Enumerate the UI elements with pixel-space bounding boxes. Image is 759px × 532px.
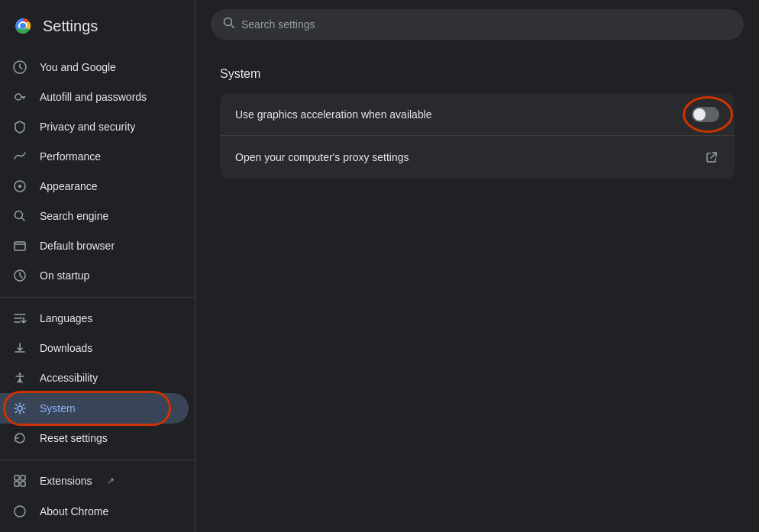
svg-point-17 bbox=[224, 18, 232, 26]
sidebar-item-on-startup[interactable]: On startup bbox=[0, 261, 189, 291]
sidebar-label-on-startup: On startup bbox=[40, 269, 89, 282]
sidebar-label-extensions: Extensions bbox=[40, 475, 92, 487]
graphics-label: Use graphics acceleration when available bbox=[235, 108, 432, 121]
nav-divider-1 bbox=[0, 297, 195, 298]
extensions-icon bbox=[12, 473, 27, 488]
sidebar-item-default-browser[interactable]: Default browser bbox=[0, 231, 189, 260]
toggle-thumb bbox=[693, 108, 706, 121]
sidebar-label-languages: Languages bbox=[40, 312, 92, 324]
sidebar-label-downloads: Downloads bbox=[40, 342, 92, 354]
svg-rect-12 bbox=[15, 476, 19, 480]
proxy-label: Open your computer's proxy settings bbox=[235, 151, 409, 163]
sidebar: Settings You and Google Autofill and pas… bbox=[0, 0, 195, 532]
sidebar-item-search-engine[interactable]: Search engine bbox=[0, 201, 189, 231]
reset-icon bbox=[12, 430, 27, 446]
main-content: System Use graphics acceleration when av… bbox=[195, 49, 759, 532]
sidebar-item-about[interactable]: About Chrome bbox=[0, 496, 189, 526]
languages-icon bbox=[12, 311, 27, 326]
sidebar-header: Settings bbox=[0, 6, 195, 52]
sidebar-label-system: System bbox=[40, 402, 76, 414]
settings-row-graphics: Use graphics acceleration when available bbox=[220, 93, 735, 136]
google-icon bbox=[12, 60, 27, 75]
key-icon bbox=[12, 89, 27, 105]
app-title: Settings bbox=[43, 18, 98, 35]
toggle-track[interactable] bbox=[692, 107, 719, 122]
toggle-annotation-wrap bbox=[692, 107, 719, 122]
chrome-logo-icon bbox=[12, 15, 34, 37]
graphics-toggle[interactable] bbox=[692, 107, 719, 122]
sidebar-label-you-and-google: You and Google bbox=[40, 61, 116, 73]
search-bar[interactable] bbox=[211, 9, 744, 40]
about-chrome-icon bbox=[12, 504, 27, 519]
shield-icon bbox=[12, 119, 27, 134]
accessibility-icon bbox=[12, 370, 27, 385]
content-area: System Use graphics acceleration when av… bbox=[195, 0, 759, 532]
nav-divider-2 bbox=[0, 459, 195, 460]
sidebar-label-autofill: Autofill and passwords bbox=[40, 91, 147, 103]
sidebar-item-languages[interactable]: Languages bbox=[0, 304, 189, 334]
sidebar-item-accessibility[interactable]: Accessibility bbox=[0, 363, 189, 393]
search-nav-icon bbox=[12, 208, 27, 224]
sidebar-item-appearance[interactable]: Appearance bbox=[0, 171, 189, 201]
performance-icon bbox=[12, 149, 27, 164]
sidebar-item-system[interactable]: System bbox=[0, 393, 189, 424]
sidebar-item-extensions[interactable]: Extensions ↗ bbox=[0, 466, 189, 496]
svg-point-16 bbox=[15, 506, 25, 517]
sidebar-item-reset[interactable]: Reset settings bbox=[0, 424, 189, 453]
sidebar-item-autofill[interactable]: Autofill and passwords bbox=[0, 82, 189, 111]
appearance-icon bbox=[12, 179, 27, 194]
sidebar-label-privacy: Privacy and security bbox=[40, 121, 135, 133]
svg-point-2 bbox=[20, 23, 26, 29]
sidebar-item-downloads[interactable]: Downloads bbox=[0, 334, 189, 363]
browser-icon bbox=[12, 238, 27, 253]
svg-rect-13 bbox=[21, 476, 25, 480]
svg-point-10 bbox=[19, 373, 21, 376]
proxy-external-link-icon[interactable] bbox=[704, 150, 719, 165]
svg-rect-8 bbox=[15, 242, 25, 250]
extensions-external-icon: ↗ bbox=[107, 476, 115, 486]
search-input[interactable] bbox=[241, 18, 732, 31]
sidebar-label-search-engine: Search engine bbox=[40, 210, 108, 222]
settings-card: Use graphics acceleration when available… bbox=[220, 93, 735, 179]
svg-point-6 bbox=[18, 185, 21, 188]
sidebar-label-about: About Chrome bbox=[40, 505, 108, 517]
section-title: System bbox=[220, 67, 735, 81]
downloads-icon bbox=[12, 340, 27, 356]
sidebar-item-performance[interactable]: Performance bbox=[0, 141, 189, 171]
sidebar-label-default-browser: Default browser bbox=[40, 240, 115, 252]
sidebar-item-you-and-google[interactable]: You and Google bbox=[0, 52, 189, 82]
system-icon bbox=[12, 401, 27, 416]
search-area bbox=[195, 0, 759, 49]
startup-icon bbox=[12, 268, 27, 283]
sidebar-label-appearance: Appearance bbox=[40, 180, 98, 192]
search-icon bbox=[223, 17, 235, 32]
svg-rect-14 bbox=[15, 482, 19, 486]
sidebar-item-privacy[interactable]: Privacy and security bbox=[0, 111, 189, 141]
sidebar-label-performance: Performance bbox=[40, 150, 101, 163]
svg-rect-15 bbox=[21, 482, 25, 486]
sidebar-item-system-wrap: System bbox=[0, 393, 195, 424]
settings-row-proxy: Open your computer's proxy settings bbox=[220, 136, 735, 179]
svg-point-4 bbox=[15, 94, 21, 100]
sidebar-label-reset: Reset settings bbox=[40, 432, 108, 444]
sidebar-label-accessibility: Accessibility bbox=[40, 372, 98, 384]
svg-point-11 bbox=[18, 406, 22, 411]
